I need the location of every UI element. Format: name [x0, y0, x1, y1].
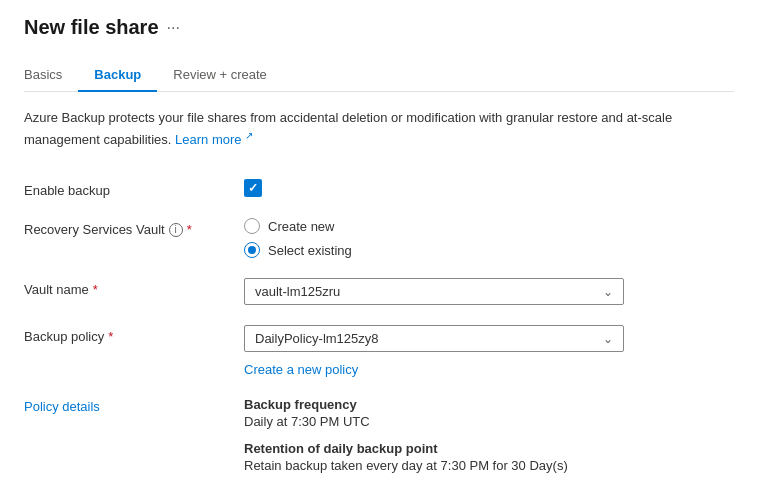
recovery-vault-row: Recovery Services Vault i * Create new S… — [24, 208, 734, 268]
radio-select-existing-circle — [244, 242, 260, 258]
policy-item-frequency: Backup frequency Daily at 7:30 PM UTC — [244, 397, 734, 429]
tab-review-create[interactable]: Review + create — [157, 59, 283, 92]
radio-select-existing[interactable]: Select existing — [244, 242, 734, 258]
policy-item-frequency-title: Backup frequency — [244, 397, 734, 412]
vault-name-value: vault-lm125zru — [255, 284, 340, 299]
policy-details-content: Backup frequency Daily at 7:30 PM UTC Re… — [244, 397, 734, 473]
radio-create-new[interactable]: Create new — [244, 218, 734, 234]
external-link-icon: ↗ — [245, 130, 253, 141]
backup-policy-control: DailyPolicy-lm125zy8 ⌄ Create a new poli… — [244, 325, 734, 377]
page-title: New file share — [24, 16, 159, 39]
enable-backup-control — [244, 179, 734, 197]
radio-select-existing-label: Select existing — [268, 243, 352, 258]
radio-group-vault: Create new Select existing — [244, 218, 734, 258]
info-icon[interactable]: i — [169, 223, 183, 237]
radio-create-new-circle — [244, 218, 260, 234]
backup-policy-label: Backup policy * — [24, 325, 244, 344]
vault-name-control: vault-lm125zru ⌄ — [244, 278, 734, 305]
tab-backup[interactable]: Backup — [78, 59, 157, 92]
required-marker-vault: * — [93, 282, 98, 297]
policy-item-retention: Retention of daily backup point Retain b… — [244, 441, 734, 473]
form: Enable backup Recovery Services Vault i … — [24, 169, 734, 483]
more-options-icon[interactable]: ··· — [167, 19, 180, 37]
radio-select-existing-dot — [248, 246, 256, 254]
enable-backup-label: Enable backup — [24, 179, 244, 198]
policy-item-frequency-value: Daily at 7:30 PM UTC — [244, 414, 734, 429]
policy-details-section: Policy details Backup frequency Daily at… — [24, 387, 734, 483]
enable-backup-checkbox[interactable] — [244, 179, 262, 197]
chevron-down-icon: ⌄ — [603, 285, 613, 299]
policy-item-retention-value: Retain backup taken every day at 7:30 PM… — [244, 458, 734, 473]
backup-policy-value: DailyPolicy-lm125zy8 — [255, 331, 379, 346]
required-marker-policy: * — [108, 329, 113, 344]
learn-more-link[interactable]: Learn more ↗ — [175, 132, 253, 147]
chevron-down-icon-policy: ⌄ — [603, 332, 613, 346]
policy-item-retention-title: Retention of daily backup point — [244, 441, 734, 456]
enable-backup-row: Enable backup — [24, 169, 734, 208]
page-header: New file share ··· — [24, 16, 734, 39]
policy-details-label: Policy details — [24, 397, 244, 473]
required-marker: * — [187, 222, 192, 237]
create-policy-link[interactable]: Create a new policy — [244, 360, 734, 377]
info-text: Azure Backup protects your file shares f… — [24, 110, 672, 147]
radio-create-new-label: Create new — [268, 219, 334, 234]
vault-name-row: Vault name * vault-lm125zru ⌄ — [24, 268, 734, 315]
info-message: Azure Backup protects your file shares f… — [24, 108, 734, 149]
backup-policy-dropdown[interactable]: DailyPolicy-lm125zy8 ⌄ — [244, 325, 624, 352]
tab-basics[interactable]: Basics — [24, 59, 78, 92]
tab-bar: Basics Backup Review + create — [24, 59, 734, 92]
enable-backup-checkbox-wrapper — [244, 179, 734, 197]
backup-policy-row: Backup policy * DailyPolicy-lm125zy8 ⌄ C… — [24, 315, 734, 387]
vault-name-label: Vault name * — [24, 278, 244, 297]
vault-name-dropdown[interactable]: vault-lm125zru ⌄ — [244, 278, 624, 305]
recovery-vault-label: Recovery Services Vault i * — [24, 218, 244, 237]
recovery-vault-control: Create new Select existing — [244, 218, 734, 258]
